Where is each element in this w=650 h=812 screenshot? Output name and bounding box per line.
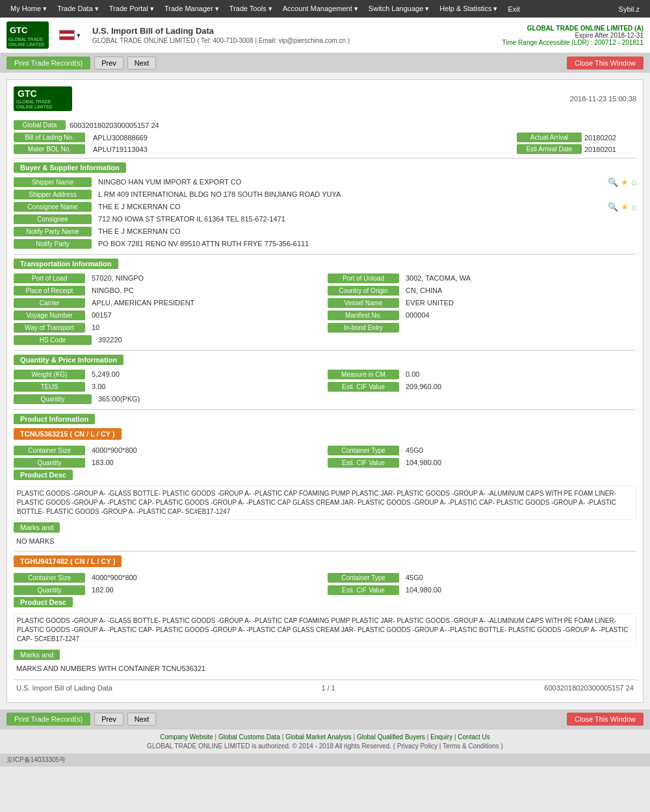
nav-my-home[interactable]: My Home ▾ — [5, 3, 52, 15]
shipper-name-label: Shipper Name — [14, 177, 92, 187]
container2-type-label: Container Type — [328, 573, 399, 583]
shipper-name-value: NINGBO HAN YUM IMPORT & EXPORT CO — [96, 177, 603, 187]
container2-size-label: Container Size — [14, 573, 85, 583]
container2-product-desc-label: Product Desc — [14, 597, 73, 607]
container1-quantity-label: Quantity — [14, 458, 85, 468]
footer-link-customs[interactable]: Global Customs Data — [218, 733, 280, 741]
header-bar: GTC GLOBAL TRADE ONLINE LIMITED ▾ U.S. I… — [0, 18, 650, 53]
teus-cif-row: TEUS 3.00 Esti. CIF Value 209,960.00 — [14, 381, 636, 392]
prev-button-top[interactable]: Prev — [94, 57, 124, 70]
vessel-name-group: Vessel Name EVER UNITED — [328, 298, 636, 308]
footer-link-buyers[interactable]: Global Qualified Buyers — [357, 733, 425, 741]
teus-label: TEUS — [14, 382, 85, 392]
top-navigation: My Home ▾ Trade Data ▾ Trade Portal ▾ Tr… — [0, 0, 650, 18]
next-button-top[interactable]: Next — [127, 57, 157, 70]
svg-text:GLOBAL TRADE: GLOBAL TRADE — [8, 37, 44, 42]
container2-quantity-value: 182.00 — [89, 585, 322, 595]
voyage-number-group: Voyage Number 00157 — [14, 310, 322, 320]
time-range: Time Range Accessible (LDR) : 200712 - 2… — [502, 39, 644, 46]
expire-date: Expire After 2018-12-31 — [502, 32, 644, 39]
flag-dropdown-arrow[interactable]: ▾ — [77, 31, 81, 40]
port-load-unload-row: Port of Load 57020, NINGPO Port of Unloa… — [14, 273, 636, 283]
notify-party-name-label: Notify Party Name — [14, 227, 92, 236]
us-flag — [59, 30, 75, 40]
receipt-origin-row: Place of Receipt NINGBO, PC Country of O… — [14, 285, 636, 296]
footer-link-market[interactable]: Global Market Analysis — [285, 733, 352, 741]
close-button-top[interactable]: Close This Window — [567, 57, 644, 70]
measure-label: Measure in CM — [328, 370, 399, 379]
container2-marks-text: MARKS AND NUMBERS WITH CONTAINER TCNU536… — [14, 663, 636, 674]
manifest-no-group: Manifest No. 000004 — [328, 310, 636, 320]
footer-link-enquiry[interactable]: Enquiry — [430, 733, 452, 741]
prev-button-bottom[interactable]: Prev — [94, 713, 124, 726]
search-icon-shipper[interactable]: 🔍 — [608, 177, 618, 187]
footer-link-contact[interactable]: Contact Us — [458, 733, 489, 741]
record-footer-left: U.S. Import Bill of Lading Data — [16, 684, 112, 692]
home-icon-consignee[interactable]: ⌂ — [631, 202, 636, 212]
bol-no-row: Bill of Lading No. APLU300888669 Actual … — [14, 133, 636, 142]
container1-size-label: Container Size — [14, 446, 85, 455]
way-of-transport-label: Way of Transport — [14, 323, 85, 333]
weight-label: Weight (KG) — [14, 370, 85, 379]
container1-qty-group: Quantity 183.00 — [14, 457, 322, 468]
svg-text:ONLINE LIMITED: ONLINE LIMITED — [16, 105, 53, 109]
site-footer: Company Website | Global Customs Data | … — [0, 729, 650, 754]
footer-link-company[interactable]: Company Website — [160, 733, 213, 741]
manifest-no-value: 000004 — [403, 310, 636, 320]
quantity-label: Quantity — [14, 394, 92, 404]
teus-group: TEUS 3.00 — [14, 381, 322, 392]
hs-code-value: 392220 — [96, 335, 636, 345]
nav-trade-portal[interactable]: Trade Portal ▾ — [104, 3, 159, 15]
nav-trade-manager[interactable]: Trade Manager ▾ — [159, 3, 224, 15]
carrier-vessel-row: Carrier APLU, AMERICAN PRESIDENT Vessel … — [14, 298, 636, 308]
esti-cif-value: 209,960.00 — [403, 381, 636, 392]
logo-area: GTC GLOBAL TRADE ONLINE LIMITED — [6, 21, 49, 49]
nav-switch-language[interactable]: Switch Language ▾ — [363, 3, 434, 15]
container1-size-value: 4000*900*800 — [89, 445, 322, 455]
transportation-section: Transportation Information Port of Load … — [14, 259, 636, 345]
consignee-label: Consignee — [14, 214, 92, 224]
notify-party-label: Notify Party — [14, 239, 92, 249]
close-button-bottom[interactable]: Close This Window — [567, 713, 644, 726]
global-data-label: Global Data — [14, 120, 66, 130]
container1-cif-label: Esti. CIF Value — [328, 458, 399, 468]
nav-trade-tools[interactable]: Trade Tools ▾ — [224, 3, 278, 15]
nav-help-statistics[interactable]: Help & Statistics ▾ — [434, 3, 502, 15]
quantity-row: Quantity 365.00(PKG) — [14, 394, 636, 404]
consignee-name-row: Consignee Name THE E J MCKERNAN CO 🔍 ★ ⌂ — [14, 201, 636, 212]
container1-cif-group: Esti. CIF Value 104,980.00 — [328, 457, 636, 468]
country-of-origin-label: Country of Origin — [328, 286, 399, 296]
record-footer: U.S. Import Bill of Lading Data 1 / 1 60… — [14, 679, 636, 696]
star-icon-consignee[interactable]: ★ — [621, 202, 629, 212]
container1-product-desc-text: PLASTIC GOODS -GROUP A- -GLASS BOTTLE- P… — [14, 486, 636, 520]
container1-marks-label[interactable]: Marks and — [14, 522, 60, 533]
product-info-section: Product Information TCNU5363215 ( CN / L… — [14, 414, 636, 674]
container2-marks-label[interactable]: Marks and — [14, 650, 60, 660]
container2-qty-group: Quantity 182.00 — [14, 585, 322, 595]
print-button-bottom[interactable]: Print Trade Record(s) — [6, 713, 90, 726]
nav-trade-data[interactable]: Trade Data ▾ — [52, 3, 104, 15]
hs-code-row: HS Code 392220 — [14, 335, 636, 345]
record-box: GTC GLOBAL TRADE ONLINE LIMITED 2018-11-… — [6, 79, 644, 703]
container1-label: TCNU5363215 ( CN / L / CY ) — [14, 428, 122, 440]
esti-arrival-label: Esti Arrival Date — [517, 144, 582, 154]
next-button-bottom[interactable]: Next — [127, 713, 157, 726]
print-button-top[interactable]: Print Trade Record(s) — [6, 57, 90, 70]
home-icon-shipper[interactable]: ⌂ — [631, 177, 636, 187]
container1-size-type-row: Container Size 4000*900*800 Container Ty… — [14, 445, 636, 455]
footer-copyright: GLOBAL TRADE ONLINE LIMITED is authorize… — [6, 742, 644, 750]
nav-exit[interactable]: Exit — [502, 3, 525, 15]
nav-account-management[interactable]: Account Management ▾ — [278, 3, 363, 15]
flag-area[interactable]: ▾ — [59, 30, 81, 40]
consignee-row: Consignee 712 NO IOWA ST STREATOR IL 613… — [14, 214, 636, 224]
quantity-price-section: Quantity & Price Information Weight (KG)… — [14, 355, 636, 404]
container2-cif-value: 104,980.00 — [403, 585, 636, 595]
search-icon-consignee[interactable]: 🔍 — [608, 202, 618, 212]
icp-text: 京ICP备14033305号 — [6, 756, 66, 763]
main-content: GTC GLOBAL TRADE ONLINE LIMITED 2018-11-… — [0, 73, 650, 709]
mater-bol-value: APLU719113043 — [93, 146, 512, 153]
buyer-supplier-title: Buyer & Supplier Information — [14, 162, 126, 173]
star-icon-shipper[interactable]: ★ — [621, 177, 629, 187]
shipper-address-row: Shipper Address L RM 409 INTERNATIONAL B… — [14, 189, 636, 199]
container2-size-type-row: Container Size 4000*900*800 Container Ty… — [14, 572, 636, 583]
